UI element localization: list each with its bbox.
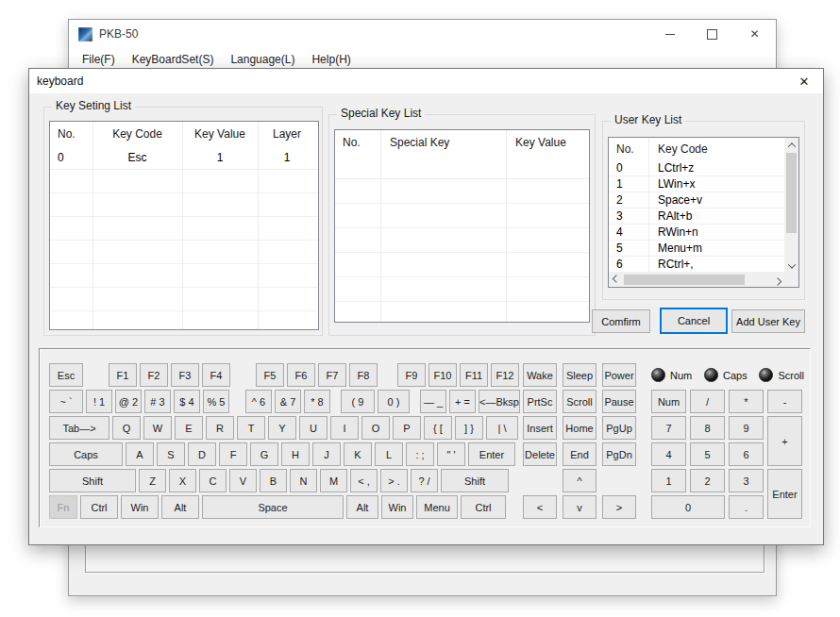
key-comma[interactable]: < , (350, 469, 378, 492)
key-d[interactable]: D (188, 442, 216, 466)
column-header-keycode[interactable]: Key Code (92, 127, 182, 141)
scroll-right-button[interactable] (770, 273, 784, 287)
key-np-0[interactable]: 0 (651, 495, 725, 519)
key-lalt[interactable]: Alt (161, 495, 199, 519)
key-end[interactable]: End (563, 442, 596, 466)
add-user-key-button[interactable]: Add User Key (731, 309, 805, 333)
key-np-2[interactable]: 2 (690, 469, 725, 492)
maximize-button[interactable] (691, 20, 733, 48)
key-slash[interactable]: ? / (411, 469, 438, 492)
column-header-layer[interactable]: Layer (258, 127, 316, 141)
key-k[interactable]: K (344, 442, 372, 466)
key-arrow-down[interactable]: v (563, 495, 596, 519)
menu-help[interactable]: Help(H) (303, 53, 359, 66)
key-np-4[interactable]: 4 (651, 442, 686, 466)
key-x[interactable]: X (169, 469, 196, 492)
key-f4[interactable]: F4 (202, 363, 230, 387)
key-quote[interactable]: " ' (437, 442, 465, 466)
key-arrow-right[interactable]: > (602, 495, 636, 519)
key-np-divide[interactable]: / (690, 390, 725, 413)
horizontal-scrollbar[interactable] (609, 273, 784, 287)
key-backspace[interactable]: <—Bksp (479, 390, 520, 413)
key-fn[interactable]: Fn (49, 495, 77, 519)
key-a[interactable]: A (126, 442, 154, 466)
key-lwin[interactable]: Win (121, 495, 159, 519)
key-z[interactable]: Z (139, 469, 166, 492)
key-menu[interactable]: Menu (416, 495, 458, 519)
key-n[interactable]: N (290, 469, 317, 492)
key-wake[interactable]: Wake (523, 363, 557, 387)
key-p[interactable]: P (393, 416, 421, 440)
key-r[interactable]: R (206, 416, 234, 440)
menu-file[interactable]: File(F) (74, 53, 124, 66)
key-semicolon[interactable]: : ; (406, 442, 434, 466)
key-scroll[interactable]: Scroll (563, 390, 596, 413)
vertical-scrollbar[interactable] (784, 138, 798, 273)
key-esc[interactable]: Esc (49, 363, 83, 387)
key-s[interactable]: S (157, 442, 185, 466)
column-header-no[interactable]: No. (50, 127, 92, 141)
scrollbar-thumb[interactable] (624, 275, 745, 285)
key-f7[interactable]: F7 (318, 363, 346, 387)
key-h[interactable]: H (281, 442, 310, 466)
list-item[interactable]: 1LWin+x (609, 176, 784, 192)
key-v[interactable]: V (229, 469, 257, 492)
list-item[interactable]: 5Menu+m (609, 241, 784, 257)
key-tab[interactable]: Tab—> (49, 416, 109, 440)
key-f8[interactable]: F8 (349, 363, 378, 387)
key-arrow-up[interactable]: ^ (563, 469, 596, 492)
key-0[interactable]: 0 ) (378, 390, 410, 413)
list-item[interactable]: 4RWin+n (609, 225, 784, 241)
key-numlock[interactable]: Num (651, 390, 686, 413)
table-row[interactable]: 0 Esc 1 1 (50, 146, 318, 170)
scroll-down-button[interactable] (784, 258, 798, 273)
key-home[interactable]: Home (563, 416, 596, 440)
key-lctrl[interactable]: Ctrl (80, 495, 118, 519)
key-prtsc[interactable]: PrtSc (523, 390, 557, 413)
key-rwin[interactable]: Win (381, 495, 413, 519)
key-5[interactable]: % 5 (203, 390, 229, 413)
key-np-subtract[interactable]: - (767, 390, 802, 413)
menu-keyboardset[interactable]: KeyBoardSet(S) (124, 53, 223, 66)
key-arrow-left[interactable]: < (523, 495, 557, 519)
key-np-6[interactable]: 6 (729, 442, 764, 466)
key-m[interactable]: M (320, 469, 347, 492)
column-header-keyvalue[interactable]: Key Value (506, 136, 589, 149)
scroll-left-button[interactable] (609, 273, 623, 287)
key-lshift[interactable]: Shift (49, 469, 136, 492)
key-pause[interactable]: Pause (602, 390, 636, 413)
cancel-button[interactable]: Cancel (660, 308, 728, 334)
column-header-specialkey[interactable]: Special Key (380, 136, 506, 149)
key-f9[interactable]: F9 (397, 363, 426, 387)
key-np-add[interactable]: + (767, 416, 802, 466)
key-lbracket[interactable]: { [ (424, 416, 452, 440)
key-u[interactable]: U (299, 416, 328, 440)
key-2[interactable]: @ 2 (115, 390, 142, 413)
list-item[interactable]: 6RCtrl+, (609, 257, 784, 273)
list-item[interactable]: 2Space+v (609, 192, 784, 208)
key-t[interactable]: T (237, 416, 265, 440)
key-1[interactable]: ! 1 (86, 390, 112, 413)
key-enter[interactable]: Enter (468, 442, 515, 466)
key-np-5[interactable]: 5 (690, 442, 725, 466)
key-np-3[interactable]: 3 (729, 469, 764, 492)
key-power[interactable]: Power (602, 363, 636, 387)
key-f[interactable]: F (219, 442, 247, 466)
key-f12[interactable]: F12 (491, 363, 519, 387)
key-9[interactable]: ( 9 (341, 390, 375, 413)
column-header-no[interactable]: No. (335, 136, 380, 149)
key-f11[interactable]: F11 (460, 363, 488, 387)
key-rbracket[interactable]: ] } (455, 416, 483, 440)
list-item[interactable]: 0LCtrl+z (609, 160, 784, 176)
key-delete[interactable]: Delete (523, 442, 557, 466)
close-button[interactable]: ✕ (733, 20, 776, 48)
key-w[interactable]: W (143, 416, 172, 440)
key-f1[interactable]: F1 (109, 363, 137, 387)
key-l[interactable]: L (375, 442, 403, 466)
column-header-keyvalue[interactable]: Key Value (182, 127, 258, 141)
key-pgup[interactable]: PgUp (602, 416, 636, 440)
key-capslock[interactable]: Caps (49, 442, 123, 466)
scroll-up-button[interactable] (784, 138, 798, 152)
key-f10[interactable]: F10 (428, 363, 457, 387)
key-j[interactable]: J (312, 442, 341, 466)
